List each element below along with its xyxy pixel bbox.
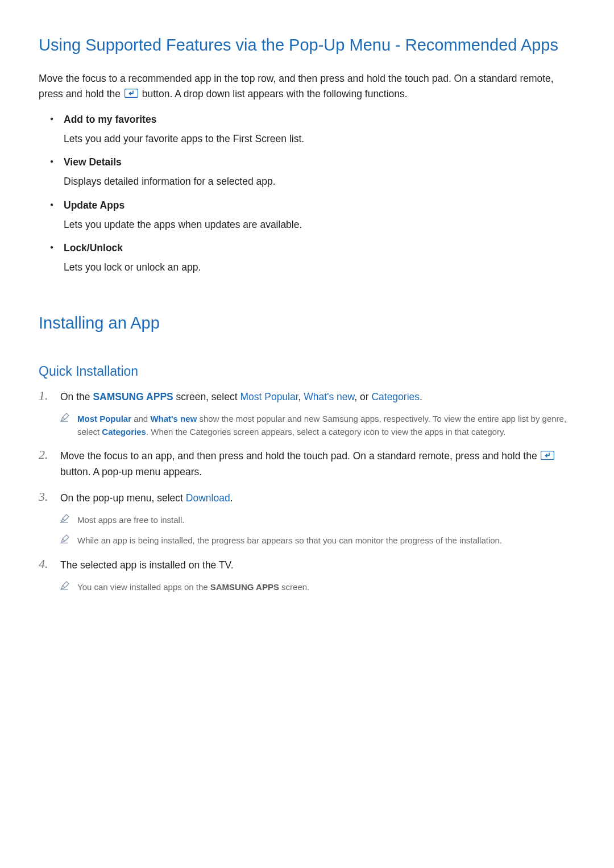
section-heading-install: Installing an App [39, 312, 575, 334]
pencil-icon [60, 534, 69, 547]
t: and [131, 414, 150, 423]
bullet-title: Lock/Unlock [64, 242, 575, 260]
step-text: On the pop-up menu, select Download. [60, 491, 575, 506]
t: On the pop-up menu, select [60, 492, 186, 504]
hl-samsung-apps: SAMSUNG APPS [210, 582, 279, 592]
section-heading-popup: Using Supported Features via the Pop-Up … [39, 34, 575, 56]
hl-categories: Categories [102, 427, 146, 437]
list-item: Lock/Unlock Lets you lock or unlock an a… [50, 242, 575, 275]
intro-paragraph-1: Move the focus to a recommended app in t… [39, 71, 575, 102]
pencil-icon [60, 514, 69, 527]
list-item: Add to my favorites Lets you add your fa… [50, 114, 575, 146]
t: Move the focus to an app, and then press… [60, 450, 540, 462]
bullet-desc: Lets you add your favorite apps to the F… [64, 131, 575, 146]
bullet-title: View Details [64, 156, 575, 174]
t: button. A pop-up menu appears. [60, 466, 202, 477]
t: . [230, 492, 233, 504]
note-text: While an app is being installed, the pro… [77, 535, 502, 545]
bullet-desc: Lets you update the apps when updates ar… [64, 217, 575, 232]
t: screen, select [173, 391, 240, 402]
t: screen. [279, 582, 309, 592]
step-2: Move the focus to an app, and then press… [39, 448, 575, 480]
t: , [298, 391, 304, 402]
t: , or [354, 391, 371, 402]
list-item: Update Apps Lets you update the apps whe… [50, 200, 575, 232]
hl-most-popular: Most Popular [77, 414, 131, 423]
t: . [420, 391, 422, 402]
t: You can view installed apps on the [77, 582, 210, 592]
install-steps-list: On the SAMSUNG APPS screen, select Most … [39, 389, 575, 593]
step-text: The selected app is installed on the TV. [60, 558, 575, 573]
pencil-icon [60, 581, 69, 594]
hl-whats-new: What's new [304, 391, 354, 402]
step-3: On the pop-up menu, select Download. Mos… [39, 491, 575, 547]
t: On the [60, 391, 93, 402]
popup-feature-list: Add to my favorites Lets you add your fa… [39, 114, 575, 275]
step-text: On the SAMSUNG APPS screen, select Most … [60, 389, 575, 405]
bullet-title: Update Apps [64, 200, 575, 217]
hl-most-popular: Most Popular [240, 391, 298, 402]
t: . When the Categories screen appears, se… [146, 427, 506, 437]
hl-whats-new: What's new [150, 414, 197, 423]
enter-icon [125, 87, 138, 102]
sub-heading-quick-install: Quick Installation [39, 364, 575, 379]
enter-icon [541, 449, 554, 464]
step-1: On the SAMSUNG APPS screen, select Most … [39, 389, 575, 438]
note-text: Most apps are free to install. [77, 515, 184, 525]
intro-text-after: button. A drop down list appears with th… [142, 88, 408, 99]
pencil-icon [60, 413, 69, 426]
step-text: Move the focus to an app, and then press… [60, 448, 575, 480]
hl-categories: Categories [371, 391, 420, 402]
step-4: The selected app is installed on the TV.… [39, 558, 575, 594]
hl-samsung-apps: SAMSUNG APPS [93, 391, 173, 402]
note: Most apps are free to install. [60, 514, 575, 527]
note: While an app is being installed, the pro… [60, 534, 575, 547]
note: Most Popular and What's new show the mos… [60, 413, 575, 438]
note: You can view installed apps on the SAMSU… [60, 581, 575, 594]
list-item: View Details Displays detailed informati… [50, 156, 575, 189]
bullet-desc: Displays detailed information for a sele… [64, 174, 575, 189]
hl-download: Download [186, 492, 230, 504]
bullet-title: Add to my favorites [64, 114, 575, 131]
bullet-desc: Lets you lock or unlock an app. [64, 260, 575, 275]
